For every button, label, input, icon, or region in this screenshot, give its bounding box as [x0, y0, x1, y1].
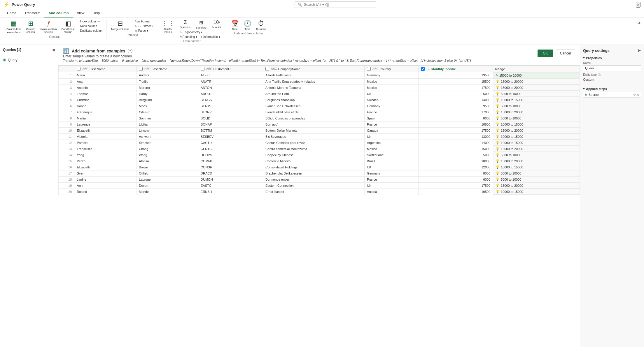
cancel-button[interactable]: Cancel — [556, 50, 575, 57]
parse-button[interactable]: ▤ Parse ▾ — [133, 29, 154, 33]
last-name-cell: Devon — [136, 182, 198, 189]
standard-button[interactable]: ⊞Standard — [194, 19, 208, 30]
tab-home[interactable]: Home — [3, 9, 20, 17]
conditional-col-button[interactable]: ◧ Conditionalcolumn — [60, 19, 76, 34]
information-button[interactable]: ℹ Information ▾ — [200, 35, 222, 39]
cluster-values-button[interactable]: ⋮⋮ Clustervalues — [160, 19, 176, 34]
table-row: 16 Elizabeth Brown CONSH Consolidated Ho… — [59, 164, 580, 170]
from-text-group-label: From text — [126, 34, 138, 37]
duplicate-col-button[interactable]: Duplicate column — [79, 29, 104, 33]
table-row: 8 Martin Sommer BOLID Bólido Comidas pre… — [59, 115, 580, 121]
range-cell[interactable]: ✎ 15000 to 20000 — [493, 72, 580, 78]
ribbon-collapse-button[interactable]: ▲ — [637, 20, 642, 25]
country-header[interactable]: ABC Country — [365, 66, 418, 72]
range-cell[interactable]: 💡 15000 to 20000 — [493, 146, 580, 152]
extract-button[interactable]: ABC Extract ▾ — [133, 24, 154, 28]
row-number: 14 — [59, 152, 74, 158]
range-cell[interactable]: 💡 10000 to 15000 — [493, 133, 580, 140]
monthly-income-cell: 10500 — [418, 121, 493, 127]
index-col-button[interactable]: Index column ▾ — [79, 19, 104, 24]
table-row: 13 Franscisco Chang CENTC Centro comerci… — [59, 146, 580, 152]
range-cell[interactable]: 💡 5000 to 10000 — [493, 115, 580, 121]
step-delete-icon[interactable]: ✕ — [637, 93, 639, 96]
app-icon: ⚡ — [4, 2, 9, 7]
rank-col-button[interactable]: Rank column — [79, 24, 104, 28]
customer-id-checkbox[interactable] — [201, 67, 204, 71]
time-button[interactable]: 🕐 Time — [242, 19, 253, 31]
data-table-container[interactable]: ABC First Name ABC Last Name — [58, 66, 580, 347]
range-cell[interactable]: 💡 5000 to 10000 — [493, 170, 580, 176]
monthly-income-header[interactable]: 1₂₃ Monthly Income — [418, 66, 493, 72]
range-cell[interactable]: 💡 10000 to 15000 — [493, 164, 580, 170]
table-row: 2 Ana Trujillo ANATR Ana Trujillo Emared… — [59, 78, 580, 84]
company-name-header[interactable]: ABC CompanyName — [263, 66, 365, 72]
range-header[interactable]: Range — [493, 66, 580, 72]
range-cell[interactable]: 💡 10000 to 15000 — [493, 121, 580, 127]
entity-type-value: Custom — [583, 77, 641, 82]
query-item[interactable]: ⊞ Query — [0, 56, 58, 64]
custom-column-button[interactable]: ⊞ Customcolumn — [24, 19, 37, 34]
date-icon: 📅 — [231, 20, 239, 27]
range-cell[interactable]: 💡 15000 to 20000 — [493, 84, 580, 91]
tab-help[interactable]: Help — [88, 9, 104, 17]
row-number: 15 — [59, 158, 74, 164]
format-button[interactable]: A₁₂₃ Format — [133, 19, 154, 24]
last-name-checkbox[interactable] — [139, 67, 143, 71]
table-row: 20 Roland Mendel ERNSH Ernst Handel Aust… — [59, 189, 580, 195]
last-name-header[interactable]: ABC Last Name — [136, 66, 198, 72]
dialog-title-text: Add column from examples — [72, 49, 125, 53]
table-row: 11 Victoria Ashworth BESBEV B's Beverage… — [59, 133, 580, 140]
queries-collapse-button[interactable]: ◀ — [51, 47, 55, 52]
col-from-examples-button[interactable]: ▦ Column fromexamples ▾ — [5, 19, 23, 35]
last-name-cell: Ottlieb — [136, 170, 198, 176]
range-cell[interactable]: 💡 5000 to 10000 — [493, 176, 580, 182]
step-source[interactable]: fx Source ⚙ ✕ — [583, 92, 641, 98]
range-cell[interactable]: 💡 5000 to 10000 — [493, 91, 580, 97]
tab-add-column[interactable]: Add column — [44, 9, 73, 17]
monthly-income-checkbox[interactable] — [421, 67, 425, 71]
search-bar[interactable]: 🔍 — [295, 1, 376, 8]
range-cell[interactable]: 💡 15000 to 20000 — [493, 182, 580, 189]
entity-type-info-icon[interactable]: ⓘ — [598, 73, 601, 77]
merge-cols-button[interactable]: ⊟ Merge columns — [109, 19, 131, 31]
statistics-button[interactable]: ΣStatistics — [178, 19, 192, 30]
range-cell[interactable]: 💡 10000 to 15000 — [493, 97, 580, 103]
date-button[interactable]: 📅 Date — [229, 19, 241, 31]
step-settings-icon[interactable]: ⚙ — [633, 93, 636, 96]
applied-steps-title: ▾ Applied steps — [583, 87, 641, 91]
scientific-button[interactable]: 10²Scientific — [210, 19, 224, 30]
invoke-custom-button[interactable]: ƒ Invoke customfunction — [38, 19, 59, 34]
tab-transform[interactable]: Transform — [20, 9, 44, 17]
settings-collapse-button[interactable]: ▶ — [637, 48, 641, 53]
company-name-checkbox[interactable] — [265, 67, 269, 71]
monthly-income-cell: 17500 — [418, 127, 493, 133]
first-name-header[interactable]: ABC First Name — [74, 66, 136, 72]
customer-id-cell: BOTTM — [198, 127, 263, 133]
customer-id-header[interactable]: ABC CustomerID — [198, 66, 263, 72]
range-cell[interactable]: 💡 15000 to 20000 — [493, 158, 580, 164]
lightbulb-icon: 💡 — [496, 147, 500, 151]
ok-button[interactable]: OK — [538, 50, 553, 57]
range-cell[interactable]: 💡 5000 to 10000 — [493, 152, 580, 158]
rounding-button[interactable]: ≈ Rounding ▾ — [178, 35, 199, 39]
duration-button[interactable]: ⏱ Duration — [254, 19, 268, 31]
close-button[interactable]: ✕ — [636, 2, 640, 8]
first-name-cell: Martin — [74, 115, 136, 121]
name-input[interactable] — [583, 65, 641, 71]
range-cell[interactable]: 💡 10000 to 15000 — [493, 140, 580, 146]
help-icon[interactable]: ? — [128, 49, 132, 53]
range-cell[interactable]: 💡 15000 to 20000 — [493, 109, 580, 115]
range-cell[interactable]: 💡 15000 to 20000 — [493, 78, 580, 84]
country-checkbox[interactable] — [367, 67, 371, 71]
range-cell[interactable]: 💡 10000 to 15000 — [493, 189, 580, 195]
range-cell[interactable]: 💡 5000 to 10000 — [493, 103, 580, 109]
monthly-income-cell: 15000 — [418, 146, 493, 152]
first-name-checkbox[interactable] — [77, 67, 80, 71]
search-input[interactable] — [304, 3, 373, 7]
dialog-transform: Transform: let rangeSize = 5000, offset … — [63, 59, 471, 62]
last-name-cell: Simpson — [136, 140, 198, 146]
country-cell: Germany — [365, 72, 418, 79]
tab-view[interactable]: View — [73, 9, 89, 17]
range-cell[interactable]: 💡 15000 to 20000 — [493, 127, 580, 133]
trigonometry-button[interactable]: ∿ Trigonometry ▾ — [178, 30, 204, 34]
